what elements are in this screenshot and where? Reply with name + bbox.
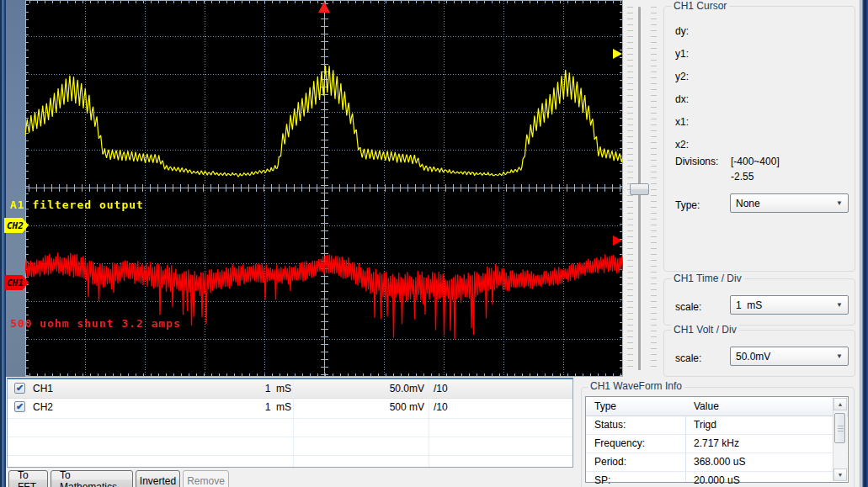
- row-separator: [8, 455, 572, 456]
- cursor-field-y2: y2:: [675, 71, 689, 82]
- chevron-down-icon[interactable]: ▼: [833, 349, 846, 363]
- ch1-tag-label: CH1: [7, 278, 24, 288]
- ch2-volt: 500 mV: [321, 401, 424, 413]
- volt-scale-value: 50.0mV: [736, 351, 770, 363]
- to-fft-label: To FFT: [18, 469, 39, 487]
- cursor-field-y1: y1:: [675, 48, 689, 60]
- time-scale-label: scale:: [675, 301, 701, 313]
- column-separator: [429, 379, 429, 467]
- scroll-down-icon: ▼: [838, 472, 844, 478]
- time-scale-select[interactable]: 1 mS ▼: [730, 295, 849, 315]
- volt-scale-select[interactable]: 50.0mV ▼: [730, 347, 849, 366]
- check-icon: ✔: [16, 384, 24, 393]
- channel-table: ✔ CH1 1 mS 50.0mV /10 ✔ CH2 1 mS 500 mV …: [7, 378, 573, 468]
- scrollbar-thumb[interactable]: [834, 413, 845, 443]
- ch2-probe: /10: [434, 401, 448, 413]
- period-value: 368.000 uS: [694, 456, 745, 468]
- divisions-range: [-400~400]: [731, 156, 780, 167]
- to-fft-button[interactable]: To FFT: [8, 470, 48, 487]
- ch1-time: 1 mS: [169, 383, 291, 394]
- cursor-group-title: CH1 Cursor: [671, 0, 729, 12]
- status-label: Status:: [594, 419, 626, 431]
- window-left-frame: [0, 0, 6, 487]
- vertical-slider: [623, 0, 663, 377]
- info-row-status[interactable]: Status: Trigd: [586, 416, 848, 435]
- ch2-name: CH2: [33, 401, 53, 413]
- ch1-volt: 50.0mV: [321, 383, 424, 394]
- volt-div-group-title: CH1 Volt / Div: [671, 324, 739, 336]
- scroll-down-button[interactable]: ▼: [833, 468, 847, 481]
- waveform-info-table: Type Value Status: Trigd Frequency: 2.71…: [585, 396, 849, 483]
- info-row-sp[interactable]: SP: 20.000 uS: [586, 472, 848, 487]
- ch2-time: 1 mS: [169, 401, 291, 413]
- row-separator: [8, 437, 572, 437]
- ch1-name: CH1: [33, 383, 53, 394]
- thumb-grip: [838, 426, 844, 432]
- chevron-down-icon[interactable]: ▼: [833, 298, 846, 312]
- to-mathematics-button[interactable]: To Mathematics: [51, 470, 133, 487]
- divisions-label: Divisions:: [675, 156, 718, 167]
- ch1-probe: /10: [434, 383, 448, 394]
- info-row-frequency[interactable]: Frequency: 2.717 kHz: [586, 435, 848, 453]
- status-value: Trigd: [694, 419, 716, 431]
- table-row-ch1[interactable]: ✔ CH1 1 mS 50.0mV /10: [8, 379, 572, 399]
- cursor-type-select[interactable]: None ▼: [730, 193, 849, 213]
- header-type: Type: [594, 400, 616, 412]
- window-right-frame: [860, 0, 868, 487]
- chevron-down-icon[interactable]: ▼: [833, 196, 846, 210]
- scroll-up-icon: ▲: [838, 401, 844, 407]
- divisions-value: -2.55: [731, 171, 754, 183]
- cursor-field-x2: x2:: [675, 139, 689, 151]
- inverted-button[interactable]: Inverted: [136, 470, 180, 487]
- header-value: Value: [694, 400, 719, 412]
- waveform-info-title: CH1 WaveForm Info: [588, 380, 684, 392]
- remove-button[interactable]: Remove: [183, 470, 229, 487]
- cursor-group-box: [663, 6, 855, 272]
- annotation-a1: A1 filtered output: [10, 199, 144, 211]
- cursor-field-x1: x1:: [675, 116, 689, 128]
- cursor-type-label: Type:: [675, 199, 700, 211]
- oscilloscope-window: A1 filtered output CH2 CH1 500 uohm shun…: [0, 0, 868, 487]
- slider-thumb[interactable]: [630, 183, 649, 195]
- frequency-value: 2.717 kHz: [694, 437, 739, 449]
- column-separator: [293, 379, 294, 467]
- time-div-group-title: CH1 Time / Div: [671, 273, 744, 284]
- check-icon: ✔: [16, 402, 24, 411]
- table-row-ch2[interactable]: ✔ CH2 1 mS 500 mV /10: [8, 398, 572, 416]
- cursor-type-value: None: [736, 198, 760, 209]
- volt-scale-label: scale:: [675, 352, 701, 364]
- cursor-field-dy: dy:: [675, 25, 689, 37]
- row-separator: [8, 418, 572, 419]
- info-row-period[interactable]: Period: 368.000 uS: [586, 453, 848, 472]
- remove-label: Remove: [187, 475, 225, 487]
- period-label: Period:: [594, 456, 626, 468]
- sp-label: SP:: [594, 474, 610, 486]
- annotation-shunt: 500 uohm shunt 3.2 amps: [10, 317, 181, 330]
- info-table-scrollbar[interactable]: ▲ ▼: [833, 398, 847, 481]
- cursor-field-dx: dx:: [675, 93, 689, 105]
- ch2-checkbox[interactable]: ✔: [14, 401, 25, 412]
- ch1-checkbox[interactable]: ✔: [14, 383, 25, 394]
- info-table-header: Type Value: [586, 397, 848, 416]
- slider-ticks-right: [651, 7, 657, 370]
- sp-value: 20.000 uS: [694, 474, 740, 486]
- scroll-up-button[interactable]: ▲: [833, 398, 847, 410]
- to-mathematics-label: To Mathematics: [60, 469, 124, 487]
- frequency-label: Frequency:: [594, 437, 645, 449]
- ch2-tag-label: CH2: [7, 220, 24, 231]
- inverted-label: Inverted: [140, 475, 176, 487]
- time-scale-value: 1 mS: [736, 299, 762, 311]
